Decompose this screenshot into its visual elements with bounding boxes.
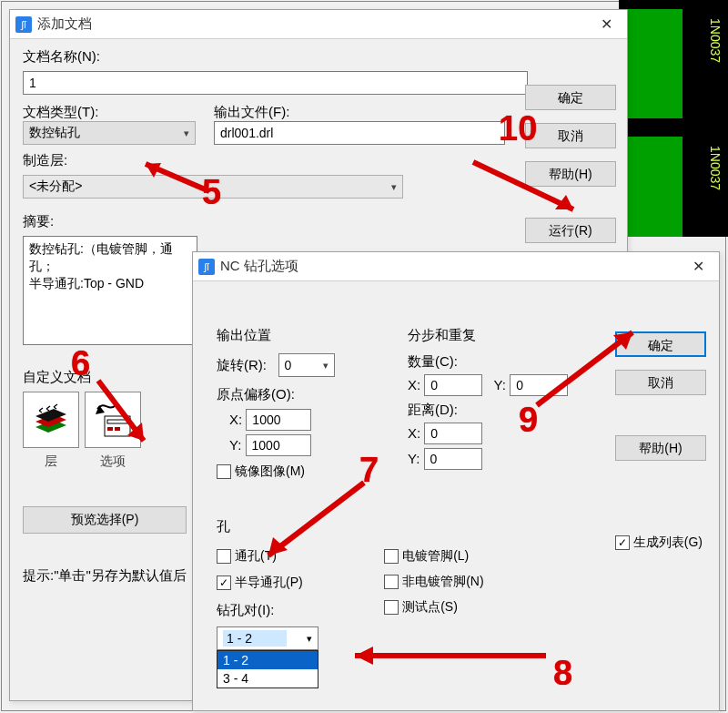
titlebar[interactable]: ∫ſ 添加文档 ✕ — [10, 10, 627, 39]
options-caption: 选项 — [85, 453, 141, 470]
drill-pair-dropdown[interactable]: 1 - 2 3 - 4 — [217, 650, 318, 688]
testpoint-label: 测试点(S) — [402, 599, 458, 616]
chevron-down-icon: ▾ — [307, 633, 312, 645]
rotate-label: 旋转(R): — [217, 357, 267, 372]
preview-button[interactable]: 预览选择(P) — [23, 506, 187, 534]
checkbox-box — [384, 575, 399, 589]
count-y-label: Y: — [494, 377, 506, 392]
origin-y-input[interactable] — [246, 434, 311, 456]
testpoint-checkbox[interactable]: 测试点(S) — [384, 599, 458, 616]
nonplated-pin-label: 非电镀管脚(N) — [402, 574, 483, 590]
background-pcb: 1N0037 1N0037 — [619, 0, 728, 237]
drill-pair-option[interactable]: 1 - 2 — [217, 651, 318, 669]
options-icon — [92, 400, 134, 440]
mfg-layer-label: 制造层: — [23, 152, 67, 168]
partial-via-label: 半导通孔(P) — [235, 575, 303, 591]
drill-pair-value: 1 - 2 — [223, 630, 287, 647]
doc-type-label: 文档类型(T): — [23, 104, 196, 121]
app-icon: ∫ſ — [198, 259, 215, 275]
origin-y-label: Y: — [229, 437, 241, 453]
pcb-text: 1N0037 — [708, 18, 723, 63]
checkbox-box — [217, 464, 231, 479]
pcb-strip — [619, 9, 682, 118]
ok-button[interactable]: 确定 — [525, 85, 616, 110]
app-icon: ∫ſ — [15, 16, 32, 33]
svg-rect-1 — [107, 427, 113, 431]
chevron-down-icon: ▾ — [391, 181, 397, 193]
summary-label: 摘要: — [23, 213, 54, 229]
mfg-layer-value: <未分配> — [29, 178, 82, 195]
output-file-label: 输出文件(F): — [214, 104, 505, 121]
count-x-label: X: — [408, 377, 420, 392]
doc-type-value: 数控钻孔 — [29, 125, 80, 141]
drill-pair-combo[interactable]: 1 - 2 ▾ — [217, 626, 318, 650]
origin-offset-label: 原点偏移(O): — [217, 386, 399, 403]
distance-y-label: Y: — [408, 451, 420, 466]
output-position-label: 输出位置 — [217, 327, 399, 344]
mirror-label: 镜像图像(M) — [235, 463, 305, 480]
nc-drill-options-dialog: ∫ſ NC 钻孔选项 ✕ 确定 取消 帮助(H) 输出位置 旋转(R): 0 ▾… — [192, 251, 720, 711]
layers-caption: 层 — [23, 453, 79, 470]
checkbox-box — [615, 535, 630, 550]
cancel-button[interactable]: 取消 — [525, 123, 616, 148]
cancel-button[interactable]: 取消 — [615, 370, 706, 395]
output-file-input[interactable] — [214, 121, 505, 145]
distance-y-input[interactable] — [424, 448, 482, 470]
count-y-input[interactable] — [510, 374, 568, 396]
drill-pair-label: 钻孔对(I): — [217, 602, 274, 617]
chevron-down-icon: ▾ — [184, 127, 189, 139]
doc-name-label: 文档名称(N): — [23, 48, 100, 64]
partial-via-checkbox[interactable]: 半导通孔(P) — [217, 575, 303, 591]
help-button[interactable]: 帮助(H) — [615, 435, 706, 461]
pcb-text: 1N0037 — [708, 146, 723, 190]
checkbox-box — [384, 600, 399, 615]
doc-name-input[interactable] — [23, 71, 528, 95]
close-icon[interactable]: ✕ — [585, 10, 627, 39]
summary-text: 数控钻孔:（电镀管脚，通孔； 半导通孔:Top - GND — [23, 236, 197, 345]
svg-rect-2 — [115, 427, 120, 431]
help-button[interactable]: 帮助(H) — [525, 161, 616, 187]
window-title: NC 钻孔选项 — [220, 258, 298, 275]
close-icon[interactable]: ✕ — [677, 252, 719, 281]
drill-pair-option[interactable]: 3 - 4 — [217, 669, 318, 688]
layers-button[interactable] — [23, 392, 79, 448]
generate-list-checkbox[interactable]: 生成列表(G) — [615, 535, 703, 551]
hole-label: 孔 — [217, 518, 708, 535]
distance-label: 距离(D): — [408, 402, 581, 419]
doc-type-combo[interactable]: 数控钻孔 ▾ — [23, 121, 196, 145]
distance-x-input[interactable] — [424, 423, 482, 444]
chevron-down-icon: ▾ — [323, 360, 329, 372]
distance-x-label: X: — [408, 425, 420, 441]
count-label: 数量(C): — [408, 353, 581, 371]
rotate-combo[interactable]: 0 ▾ — [278, 353, 335, 377]
mfg-layer-combo[interactable]: <未分配> ▾ — [23, 175, 403, 199]
window-title: 添加文档 — [37, 15, 92, 33]
nonplated-pin-checkbox[interactable]: 非电镀管脚(N) — [384, 574, 483, 590]
checkbox-box — [217, 549, 231, 564]
step-repeat-label: 分步和重复 — [408, 327, 581, 344]
run-button[interactable]: 运行(R) — [525, 218, 616, 243]
plated-pin-label: 电镀管脚(L) — [402, 548, 469, 565]
mirror-checkbox[interactable]: 镜像图像(M) — [217, 463, 305, 480]
count-x-input[interactable] — [424, 374, 482, 396]
checkbox-box — [217, 575, 231, 590]
checkbox-box — [384, 549, 399, 564]
ok-button[interactable]: 确定 — [615, 331, 706, 357]
through-hole-label: 通孔(T) — [235, 548, 277, 565]
plated-pin-checkbox[interactable]: 电镀管脚(L) — [384, 548, 469, 565]
generate-list-label: 生成列表(G) — [633, 535, 703, 551]
origin-x-input[interactable] — [246, 409, 311, 431]
through-hole-checkbox[interactable]: 通孔(T) — [217, 548, 277, 565]
rotate-value: 0 — [285, 358, 292, 372]
titlebar[interactable]: ∫ſ NC 钻孔选项 ✕ — [193, 252, 719, 281]
pcb-strip — [619, 137, 682, 237]
svg-rect-0 — [105, 416, 130, 436]
layers-icon — [30, 402, 72, 438]
options-button[interactable] — [85, 392, 141, 448]
origin-x-label: X: — [229, 412, 242, 427]
